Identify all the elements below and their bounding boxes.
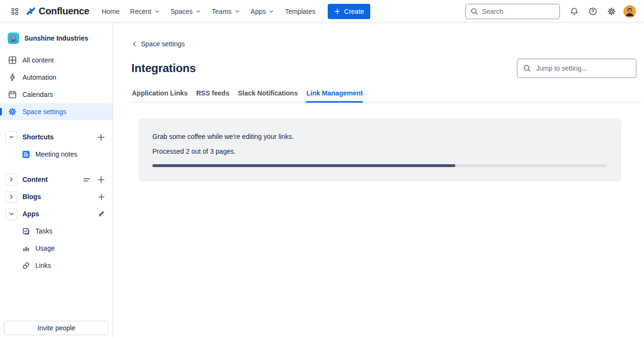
add-blog-button[interactable] xyxy=(98,193,105,201)
chevron-down-icon xyxy=(235,9,240,14)
main-content: Space settings Integrations Application … xyxy=(113,23,644,338)
search-icon xyxy=(470,7,478,15)
add-content-button[interactable] xyxy=(97,176,105,184)
expand-blogs-button[interactable] xyxy=(5,191,17,203)
help-button[interactable] xyxy=(586,4,600,19)
nav-item-teams[interactable]: Teams xyxy=(207,4,245,19)
tasks-icon xyxy=(22,227,30,235)
sidebar-item-automation[interactable]: Automation xyxy=(0,69,113,86)
nav-item-spaces[interactable]: Spaces xyxy=(166,4,206,19)
chevron-down-icon xyxy=(195,9,201,14)
chevron-down-icon xyxy=(8,134,15,140)
automation-icon xyxy=(8,73,17,82)
progress-bar xyxy=(152,164,607,167)
edit-apps-button[interactable] xyxy=(97,210,105,218)
tab-link-management[interactable]: Link Management xyxy=(306,89,363,102)
jump-to-setting-input[interactable] xyxy=(536,64,631,72)
nav-item-templates[interactable]: Templates xyxy=(280,4,320,19)
settings-button[interactable] xyxy=(604,4,619,19)
gear-icon xyxy=(8,107,17,116)
search-icon xyxy=(523,64,531,73)
app-item-links[interactable]: Links xyxy=(0,257,113,274)
bell-icon xyxy=(569,7,579,16)
app-item-usage[interactable]: Usage xyxy=(0,240,113,257)
space-name: Sunshine Industries xyxy=(24,34,88,42)
all-content-icon xyxy=(8,55,17,65)
filter-icon xyxy=(83,176,91,184)
document-icon xyxy=(22,150,30,158)
plus-icon xyxy=(97,133,105,141)
integrations-tabs: Application Links RSS feeds Slack Notifi… xyxy=(131,89,640,103)
sidebar-item-calendars[interactable]: Calendars xyxy=(0,86,113,103)
topbar-right-group xyxy=(465,4,636,19)
app-body: Sunshine Industries All content Automati… xyxy=(0,23,644,338)
sidebar-spacer xyxy=(0,120,113,128)
section-label-shortcuts: Shortcuts xyxy=(22,133,92,141)
progress-fill xyxy=(152,164,455,167)
add-shortcut-button[interactable] xyxy=(97,133,105,141)
space-avatar xyxy=(8,32,19,44)
expand-content-button[interactable] xyxy=(5,174,17,186)
page-title: Integrations xyxy=(131,62,196,75)
link-icon xyxy=(22,262,30,270)
sidebar-section-content: Content xyxy=(0,171,113,188)
shortcut-item-meeting-notes[interactable]: Meeting notes xyxy=(0,146,113,163)
space-sidebar: Sunshine Industries All content Automati… xyxy=(0,23,113,338)
section-label-content: Content xyxy=(22,176,77,183)
nav-item-recent[interactable]: Recent xyxy=(125,4,164,19)
nav-item-home[interactable]: Home xyxy=(97,4,124,19)
sidebar-section-apps: Apps xyxy=(0,205,113,222)
chevron-right-icon xyxy=(8,176,15,183)
calendar-icon xyxy=(8,90,17,99)
progress-message: Grab some coffee while we're editing you… xyxy=(152,133,607,140)
plus-icon xyxy=(97,176,105,184)
global-search[interactable] xyxy=(465,4,560,19)
nav-item-apps[interactable]: Apps xyxy=(246,4,279,19)
app-switcher-button[interactable] xyxy=(8,4,22,19)
search-input[interactable] xyxy=(482,8,555,15)
profile-button[interactable] xyxy=(623,5,636,18)
space-header[interactable]: Sunshine Industries xyxy=(0,32,113,44)
bar-chart-icon xyxy=(22,244,30,253)
chevron-right-icon xyxy=(8,193,15,200)
tab-application-links[interactable]: Application Links xyxy=(131,89,188,102)
confluence-logo-icon xyxy=(26,6,36,16)
sidebar-item-space-settings[interactable]: Space settings xyxy=(0,103,113,120)
logo-wordmark: Confluence xyxy=(39,6,89,17)
chevron-down-icon xyxy=(154,9,160,14)
collapse-shortcuts-button[interactable] xyxy=(5,131,17,143)
title-row: Integrations xyxy=(131,59,636,78)
primary-nav: Home Recent Spaces Teams Apps Templates xyxy=(97,4,320,19)
sidebar-spacer xyxy=(0,163,113,171)
chevron-left-icon xyxy=(131,41,138,47)
section-label-blogs: Blogs xyxy=(22,193,93,201)
avatar xyxy=(623,5,636,18)
confluence-logo[interactable]: Confluence xyxy=(26,6,89,17)
app-item-tasks[interactable]: Tasks xyxy=(0,222,113,240)
chevron-down-icon xyxy=(8,211,15,217)
sidebar-item-all-content[interactable]: All content xyxy=(0,52,113,69)
invite-people-button[interactable]: Invite people xyxy=(4,321,108,335)
chevron-down-icon xyxy=(268,9,274,14)
plus-icon xyxy=(98,193,105,201)
link-editing-progress-panel: Grab some coffee while we're editing you… xyxy=(139,118,621,181)
sidebar-section-shortcuts: Shortcuts xyxy=(0,128,113,146)
tab-rss-feeds[interactable]: RSS feeds xyxy=(196,89,230,102)
app-switcher-icon xyxy=(11,7,19,16)
collapse-apps-button[interactable] xyxy=(5,208,17,220)
top-bar: Confluence Home Recent Spaces Teams Apps… xyxy=(0,0,644,23)
tab-slack-notifications[interactable]: Slack Notifications xyxy=(237,89,298,102)
pencil-icon xyxy=(97,210,105,218)
gear-icon xyxy=(607,7,616,16)
create-button[interactable]: Create xyxy=(328,4,370,19)
help-icon xyxy=(588,7,598,16)
plus-icon xyxy=(334,8,341,15)
notifications-button[interactable] xyxy=(567,4,581,19)
back-to-space-settings-link[interactable]: Space settings xyxy=(131,40,185,48)
section-label-apps: Apps xyxy=(22,210,92,218)
filter-content-button[interactable] xyxy=(83,176,91,184)
progress-status: Processed 2 out of 3 pages. xyxy=(152,148,607,155)
sidebar-section-blogs: Blogs xyxy=(0,188,113,205)
invite-container: Invite people xyxy=(0,317,113,338)
jump-to-setting-search[interactable] xyxy=(517,59,636,78)
